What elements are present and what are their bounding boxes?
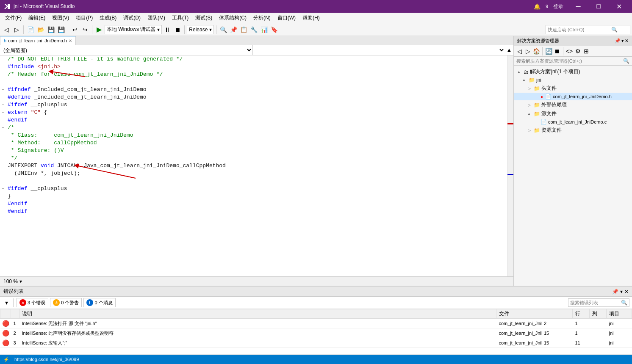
panel-close-button[interactable]: ✕ [625, 38, 629, 44]
tree-header-file[interactable]: ● 📄 com_jt_learn_jni_JniDemo.h [514, 93, 632, 100]
warnings-filter[interactable]: ⚠ 0 个警告 [50, 298, 82, 307]
restore-button[interactable]: □ [589, 0, 608, 13]
toolbar-btn-7[interactable]: 📋 [239, 25, 248, 34]
tab-close-button[interactable]: ✕ [69, 39, 72, 43]
open-button[interactable]: 📂 [36, 25, 45, 34]
error-num-cell: 3 [11, 338, 19, 348]
toolbar-btn-10[interactable]: 🔖 [269, 25, 279, 34]
quick-launch-input[interactable] [548, 27, 611, 32]
code-line: */ [0, 154, 507, 162]
fold-btn[interactable]: − [0, 124, 6, 132]
back-button[interactable]: ◁ [2, 25, 11, 34]
file-tab[interactable]: h com_jt_learn_jni_JniDemo.h ✕ [0, 36, 76, 45]
code-editor[interactable]: /* DO NOT EDIT THIS FILE - it is machine… [0, 55, 507, 276]
login-label[interactable]: 登录 [553, 3, 563, 10]
save-button[interactable]: 💾 [46, 25, 55, 34]
menu-view[interactable]: 视图(V) [49, 13, 72, 23]
error-row-1[interactable]: 🔴 1 IntelliSense: 无法打开 源 文件 "jni.h" com_… [0, 319, 632, 328]
find-button[interactable]: 🔍 [219, 25, 228, 34]
solution-expand-icon[interactable]: ▲ [516, 70, 522, 74]
fold-btn[interactable]: − [0, 86, 6, 94]
error-table-container[interactable]: 说明 文件 行 列 项目 🔴 1 IntelliSense: 无法打开 源 文件… [0, 309, 632, 354]
notification-icon[interactable]: 🔔 [534, 3, 541, 10]
tree-source-folder[interactable]: ▲ 📁 源文件 [514, 109, 632, 118]
panel-pin-icon[interactable]: 📌 [612, 289, 618, 295]
quick-launch[interactable]: 🔍 [546, 25, 630, 34]
error-row-2[interactable]: 🔴 2 IntelliSense: 此声明没有存储类或类型说明符 com_jt_… [0, 328, 632, 338]
redo-button[interactable]: ↪ [80, 25, 90, 34]
menu-analyze[interactable]: 分析(N) [250, 13, 274, 23]
code-line: #define _Included_com_jt_learn_jni_JniDe… [0, 94, 507, 101]
menu-tools[interactable]: 工具(T) [169, 13, 192, 23]
error-search-input[interactable] [570, 300, 621, 305]
pin-button[interactable]: 📌 [615, 38, 621, 44]
forward-button[interactable]: ▷ [12, 25, 21, 34]
close-button[interactable]: ✕ [609, 0, 629, 13]
new-file-button[interactable]: 📄 [26, 25, 35, 34]
menu-file[interactable]: 文件(F) [2, 13, 25, 23]
error-filter-btn[interactable]: ▾ [3, 299, 10, 306]
zoom-dropdown-icon[interactable]: ▾ [19, 279, 22, 284]
menu-project[interactable]: 项目(P) [72, 13, 96, 23]
project-expand-icon[interactable]: ▲ [521, 78, 527, 82]
undo-button[interactable]: ↩ [70, 25, 80, 34]
line-text: #endif [6, 208, 28, 215]
save-all-button[interactable]: 💾 [56, 25, 66, 34]
sol-home-btn[interactable]: 🏠 [532, 47, 540, 55]
menu-debug[interactable]: 调试(D) [120, 13, 144, 23]
line-text: * Signature: ()V [6, 147, 64, 154]
menu-test[interactable]: 测试(S) [192, 13, 216, 23]
toolbar-btn-9[interactable]: 📊 [259, 25, 269, 34]
toolbar-btn-6[interactable]: 📌 [229, 25, 238, 34]
source-expand-icon[interactable]: ▲ [526, 112, 532, 116]
code-line: − #ifdef __cplusplus [0, 101, 507, 109]
config-selector[interactable]: Release ▾ [187, 25, 214, 34]
tree-resource-folder[interactable]: ▷ 📁 资源文件 [514, 126, 632, 135]
panel-menu-button[interactable]: ▾ [621, 38, 624, 44]
sol-forward-btn[interactable]: ▷ [524, 47, 532, 55]
tree-source-file[interactable]: 📄 com_jt_learn_jni_JniDemo.c [514, 118, 632, 126]
code-line: #endif [0, 200, 507, 208]
fold-btn[interactable]: − [0, 109, 6, 116]
menu-architecture[interactable]: 体系结构(C) [216, 13, 250, 23]
headers-folder-icon: 📁 [534, 85, 540, 91]
menu-team[interactable]: 团队(M) [144, 13, 169, 23]
scope-dropdown[interactable]: (全局范围) [0, 45, 252, 55]
debug-play-button[interactable]: ▶ [94, 25, 104, 34]
messages-filter[interactable]: ℹ 0 个消息 [83, 298, 115, 307]
errors-filter[interactable]: ✕ 3 个错误 [17, 298, 48, 307]
resource-expand-icon[interactable]: ▷ [526, 128, 532, 132]
sol-code-btn[interactable]: <> [565, 47, 573, 55]
symbol-dropdown[interactable] [253, 45, 505, 55]
ext-deps-expand[interactable]: ▷ [526, 103, 532, 107]
sol-refresh-btn[interactable]: 🔄 [545, 47, 552, 55]
solution-search-input[interactable] [516, 58, 621, 63]
minimize-button[interactable]: ─ [568, 0, 588, 13]
fold-btn[interactable]: − [0, 101, 6, 109]
sol-expand-btn[interactable]: ⊞ [582, 47, 590, 55]
toolbar-btn-8[interactable]: 🔧 [249, 25, 258, 34]
fold-btn[interactable]: − [0, 185, 6, 193]
error-search[interactable]: 🔍 [568, 298, 629, 307]
pause-button[interactable]: ⏸ [163, 25, 172, 34]
tree-external-deps[interactable]: ▷ 📁 外部依赖项 [514, 100, 632, 109]
menu-window[interactable]: 窗口(W) [274, 13, 299, 23]
stop-button[interactable]: ⏹ [173, 25, 182, 34]
code-line: #endif [0, 116, 507, 124]
headers-expand-icon[interactable]: ▷ [526, 86, 532, 91]
tree-project[interactable]: ▲ 📁 jni [514, 76, 632, 84]
sol-stop-btn[interactable]: ⏹ [553, 47, 561, 55]
editor-minimap[interactable] [507, 55, 513, 276]
sol-settings-btn[interactable]: ⚙ [574, 47, 582, 55]
scroll-up-btn[interactable]: ▲ [505, 45, 513, 55]
sol-back-btn[interactable]: ◁ [516, 47, 523, 55]
tree-headers-folder[interactable]: ▷ 📁 头文件 [514, 84, 632, 93]
panel-hide-icon[interactable]: ▾ [620, 289, 623, 295]
menu-edit[interactable]: 编辑(E) [25, 13, 49, 23]
error-row-3[interactable]: 🔴 3 IntelliSense: 应输入";" com_jt_learn_jn… [0, 338, 632, 348]
tree-solution[interactable]: ▲ 🗂 解决方案'jni'(1 个项目) [514, 67, 632, 76]
menu-help[interactable]: 帮助(H) [299, 13, 323, 23]
panel-close-icon[interactable]: ✕ [624, 289, 629, 295]
menu-build[interactable]: 生成(B) [96, 13, 120, 23]
debugger-selector[interactable]: 本地 Windows 调试器 ▾ [105, 25, 162, 34]
